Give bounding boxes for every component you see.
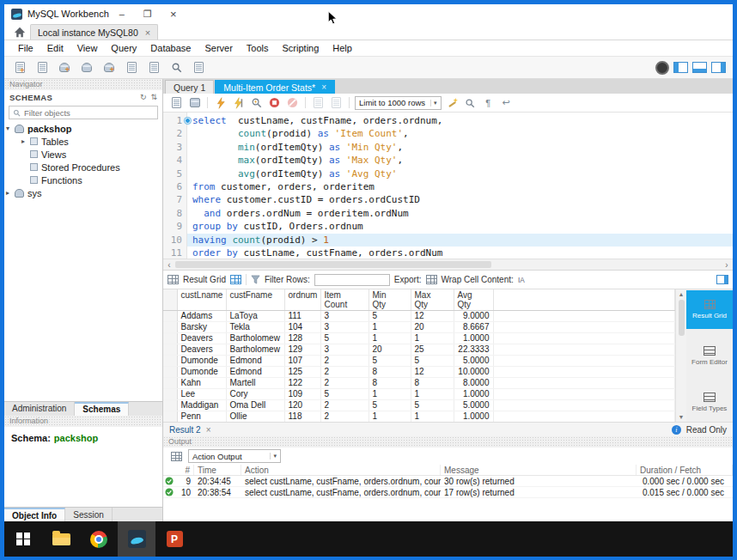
grid-cell[interactable]: Kahn bbox=[177, 378, 226, 389]
chrome-button[interactable] bbox=[80, 521, 118, 557]
grid-cell[interactable]: 20 bbox=[368, 344, 411, 356]
explain-plan-button[interactable] bbox=[249, 96, 264, 110]
file-explorer-button[interactable] bbox=[42, 521, 80, 557]
row-selector[interactable] bbox=[163, 400, 177, 411]
grid-cell[interactable]: 3 bbox=[320, 344, 368, 356]
horizontal-scrollbar[interactable]: ‹ › bbox=[163, 259, 733, 271]
tree-item-schema[interactable]: ▾packshop bbox=[4, 122, 162, 135]
workbench-taskbar-button[interactable] bbox=[118, 521, 155, 557]
code-line[interactable]: order by custLname, custFname, orders.or… bbox=[192, 247, 733, 259]
connection-tab[interactable]: Local instance MySQL80 × bbox=[30, 24, 158, 40]
code-line[interactable]: count(prodid) as 'Item Count', bbox=[192, 127, 733, 140]
grid-cell[interactable]: 12 bbox=[411, 311, 454, 322]
result-tab-close-icon[interactable]: × bbox=[206, 425, 211, 435]
account-icon[interactable] bbox=[655, 61, 669, 75]
result-tab[interactable]: Result 2 bbox=[169, 425, 201, 435]
create-view-button[interactable] bbox=[145, 60, 162, 75]
grid-cell[interactable]: Deavers bbox=[177, 344, 226, 356]
grid-cell[interactable]: Edmond bbox=[226, 356, 284, 367]
grid-cell[interactable]: 20 bbox=[411, 322, 454, 333]
row-selector[interactable] bbox=[163, 367, 177, 378]
menu-item-tools[interactable]: Tools bbox=[240, 43, 276, 53]
collapse-result-panel-icon[interactable] bbox=[716, 275, 728, 284]
side-panel-field-types[interactable]: Field Types bbox=[686, 383, 733, 422]
grid-column-header[interactable]: Item Count bbox=[320, 289, 368, 311]
grid-cell[interactable]: 104 bbox=[284, 322, 320, 333]
table-row[interactable]: AddamsLaToya11135129.0000 bbox=[163, 311, 675, 322]
menu-item-edit[interactable]: Edit bbox=[40, 43, 70, 53]
grid-cell[interactable]: 25 bbox=[411, 344, 454, 356]
save-script-button[interactable] bbox=[187, 96, 202, 110]
tree-item-functions[interactable]: Functions bbox=[4, 173, 162, 186]
grid-cell[interactable]: 1 bbox=[411, 389, 454, 400]
filter-funnel-icon[interactable] bbox=[251, 275, 260, 284]
beautify-script-button[interactable] bbox=[445, 96, 460, 110]
grid-cell[interactable]: Dumonde bbox=[177, 356, 226, 367]
grid-column-header[interactable]: custLname bbox=[177, 289, 226, 311]
output-type-dropdown[interactable]: Action Output ▾ bbox=[188, 449, 281, 463]
row-selector[interactable] bbox=[163, 333, 177, 344]
tree-item-stored-procedures[interactable]: Stored Procedures bbox=[4, 161, 162, 173]
table-row[interactable]: DumondeEdmond125281210.0000 bbox=[163, 367, 675, 378]
grid-cell[interactable]: 5 bbox=[368, 400, 411, 411]
row-selector[interactable] bbox=[163, 389, 177, 400]
grid-cell[interactable]: 5 bbox=[368, 311, 411, 322]
grid-cell[interactable]: Penn bbox=[177, 411, 226, 423]
collapse-all-icon[interactable]: ⇅ bbox=[150, 93, 157, 101]
export-icon[interactable] bbox=[426, 275, 437, 284]
find-button[interactable] bbox=[463, 96, 478, 110]
side-panel-form-editor[interactable]: Form Editor bbox=[686, 337, 733, 375]
menu-item-query[interactable]: Query bbox=[104, 43, 143, 53]
table-row[interactable]: DumondeEdmond1072555.0000 bbox=[163, 356, 675, 367]
grid-cell[interactable]: 111 bbox=[284, 311, 320, 322]
grid-cell[interactable]: Dumonde bbox=[177, 367, 226, 378]
hscroll-track[interactable] bbox=[175, 259, 721, 270]
connection-tab-close-icon[interactable]: × bbox=[145, 27, 150, 38]
table-row[interactable]: PennOllie1182111.0000 bbox=[163, 411, 675, 423]
grid-cell[interactable]: 3 bbox=[320, 322, 368, 333]
vscroll-thumb[interactable] bbox=[679, 300, 685, 336]
grid-cell[interactable]: 9.0000 bbox=[454, 311, 493, 322]
output-row[interactable]: 920:34:45select custLname, custFname, or… bbox=[163, 476, 733, 487]
grid-cell[interactable]: 5.0000 bbox=[454, 356, 493, 367]
row-selector[interactable] bbox=[163, 344, 177, 356]
result-grid[interactable]: custLnamecustFnameordnumItem CountMin Qt… bbox=[163, 289, 675, 422]
grid-cell[interactable]: 10.0000 bbox=[454, 367, 493, 378]
inspect-button[interactable] bbox=[190, 60, 207, 75]
grid-cell[interactable]: 5 bbox=[411, 356, 454, 367]
grid-body[interactable]: AddamsLaToya11135129.0000BarskyTekla1043… bbox=[163, 311, 675, 423]
table-row[interactable]: LeeCory1095111.0000 bbox=[163, 389, 675, 400]
create-schema-button[interactable] bbox=[100, 60, 118, 75]
grid-cell[interactable]: 2 bbox=[320, 378, 368, 389]
row-selector[interactable] bbox=[163, 311, 177, 322]
start-button[interactable] bbox=[4, 521, 42, 557]
hscroll-thumb[interactable] bbox=[175, 261, 491, 268]
row-selector[interactable] bbox=[163, 411, 177, 423]
grid-cell[interactable]: 2 bbox=[320, 356, 368, 367]
vertical-scrollbar[interactable]: ▲ ▼ bbox=[675, 289, 686, 422]
grid-cell[interactable]: Maddigan bbox=[177, 400, 226, 411]
filter-rows-input[interactable] bbox=[314, 274, 390, 286]
grid-cell[interactable]: 128 bbox=[284, 333, 320, 344]
grid-view-icon[interactable] bbox=[230, 275, 241, 284]
minimize-button[interactable]: – bbox=[109, 9, 135, 19]
grid-cell[interactable]: 122 bbox=[284, 378, 320, 389]
scroll-down-button[interactable]: ▼ bbox=[679, 414, 685, 420]
grid-cell[interactable]: 118 bbox=[284, 411, 320, 423]
toggle-stop-on-error-button[interactable] bbox=[285, 96, 300, 110]
grid-column-header[interactable]: Avg Qty bbox=[454, 289, 493, 311]
grid-cell[interactable]: 1.0000 bbox=[454, 333, 493, 344]
output-row[interactable]: 1020:38:54select custLname, custFname, o… bbox=[163, 487, 733, 498]
scroll-right-button[interactable]: › bbox=[721, 260, 733, 270]
grid-cell[interactable]: 1 bbox=[368, 322, 411, 333]
powerpoint-button[interactable] bbox=[155, 521, 193, 557]
grid-cell[interactable]: 8 bbox=[411, 378, 454, 389]
sidebar-tab-administration[interactable]: Administration bbox=[4, 402, 75, 416]
filter-objects-input[interactable] bbox=[24, 108, 154, 118]
toggle-output-panel-button[interactable] bbox=[692, 62, 707, 73]
code-line[interactable]: select custLname, custFname, orders.ordn… bbox=[192, 114, 733, 127]
table-row[interactable]: MaddiganOma Dell1202555.0000 bbox=[163, 400, 675, 411]
table-row[interactable]: KahnMartell1222888.0000 bbox=[163, 378, 675, 389]
maximize-button[interactable]: ❐ bbox=[135, 9, 161, 20]
menu-item-server[interactable]: Server bbox=[198, 43, 239, 53]
